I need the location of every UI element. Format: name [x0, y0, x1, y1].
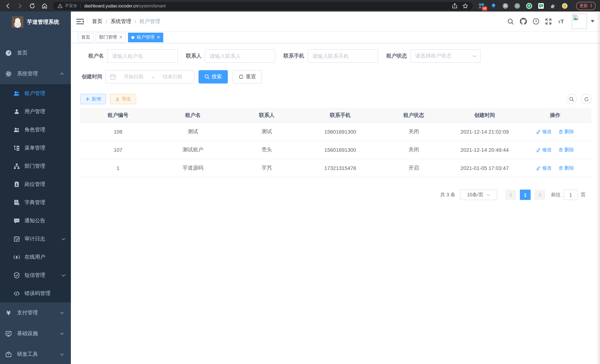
url-host[interactable]: dashboard.yudao.iocoder.cn [84, 3, 138, 8]
extension-icon-3[interactable]: ⌘ [502, 3, 508, 9]
status-select[interactable]: 请选择租户状态 [410, 49, 481, 63]
browser-home-button[interactable] [40, 2, 49, 10]
sidebar-item-tenant[interactable]: 租户管理 [0, 84, 71, 103]
avatar[interactable] [572, 14, 587, 29]
delete-link[interactable]: 删除 [558, 128, 574, 135]
fullscreen-icon[interactable] [542, 15, 555, 28]
font-size-icon[interactable]: TT [555, 15, 567, 28]
extension-icon-1[interactable]: 10 [479, 3, 485, 9]
status-placeholder: 请选择租户状态 [415, 53, 472, 59]
close-icon[interactable]: ✕ [119, 35, 122, 40]
date-end-placeholder[interactable]: 结束日期 [155, 74, 190, 80]
edit-link[interactable]: 修改 [536, 128, 552, 135]
github-icon[interactable] [517, 15, 529, 28]
date-start-placeholder[interactable]: 开始日期 [116, 74, 151, 80]
browser-forward-button[interactable] [16, 2, 24, 10]
share-icon[interactable] [452, 3, 458, 9]
not-secure-label[interactable]: 不安全 [65, 3, 77, 9]
tab-home[interactable]: 首页 [78, 32, 94, 42]
avatar-caret-icon[interactable] [591, 20, 594, 23]
browser-reload-button[interactable] [28, 2, 36, 10]
sidebar-item-home[interactable]: 首页 [0, 43, 71, 64]
breadcrumb-system[interactable]: 系统管理 [111, 18, 131, 25]
sidebar-item-post[interactable]: 岗位管理 [0, 175, 71, 193]
url-path[interactable]: /system/tenant [138, 3, 166, 8]
cell-contact: 秃头 [230, 141, 303, 159]
add-label: 新增 [92, 96, 101, 102]
sidebar-item-sms[interactable]: 短信管理 [0, 266, 71, 284]
browser-back-button[interactable] [4, 2, 12, 10]
address-bar[interactable]: 不安全 dashboard.yudao.iocoder.cn/system/te… [53, 2, 473, 10]
col-contact: 联系人 [230, 108, 303, 123]
sidebar-item-label: 在线用户 [25, 254, 66, 260]
svg-text:T: T [561, 18, 564, 24]
extension-emoji-icon[interactable] [562, 3, 568, 9]
sidebar-item-system[interactable]: 系统管理 [0, 64, 71, 84]
briefcase-icon [5, 351, 12, 358]
tenant-name-input[interactable] [107, 49, 178, 63]
sidebar-item-role[interactable]: 角色管理 [0, 121, 71, 139]
page-size-select[interactable]: 10条/页 [460, 190, 497, 200]
sidebar-item-user[interactable]: 用户管理 [0, 103, 71, 121]
shield-check-icon [13, 272, 20, 279]
sidebar-item-label: 岗位管理 [25, 181, 66, 187]
page-unit-label: 页 [581, 191, 586, 198]
sidebar-item-error-code[interactable]: 错误码管理 [0, 284, 71, 302]
extension-puzzle-icon[interactable] [550, 3, 556, 9]
sidebar-item-infra[interactable]: 基础设施 [0, 323, 71, 344]
breadcrumb-home[interactable]: 首页 [92, 18, 103, 25]
bookmark-star-icon[interactable] [462, 3, 468, 9]
chevron-down-icon [472, 54, 477, 58]
online-users-icon [13, 254, 20, 260]
sidebar-item-pay[interactable]: ¥ 支付管理 [0, 302, 71, 323]
org-chart-icon [13, 163, 20, 169]
current-page[interactable]: 1 [520, 190, 531, 200]
export-button[interactable]: 导出 [110, 94, 136, 104]
header-search-icon[interactable] [504, 15, 517, 28]
sidebar-item-menu[interactable]: 菜单管理 [0, 139, 71, 157]
extension-icon-6[interactable] [538, 3, 544, 9]
sidebar-item-audit-log[interactable]: 审计日志 [0, 230, 71, 248]
mobile-input[interactable] [308, 49, 378, 63]
goto-page-input[interactable] [564, 190, 578, 200]
contact-label: 联系人 [186, 53, 201, 59]
cell-contact: 芋艿 [230, 159, 303, 177]
sidebar-item-dept[interactable]: 部门管理 [0, 157, 71, 175]
mobile-label: 联系手机 [283, 53, 304, 59]
search-button[interactable]: 搜索 [198, 70, 228, 84]
chevron-down-icon [486, 193, 490, 197]
cell-status: 关闭 [377, 141, 450, 159]
edit-pen-icon [536, 129, 541, 134]
edit-link[interactable]: 修改 [536, 165, 552, 171]
sidebar-item-dict[interactable]: 字典管理 [0, 193, 71, 212]
edit-link[interactable]: 修改 [536, 147, 552, 153]
browser-menu-icon[interactable]: ⋮ [589, 3, 593, 8]
extension-icon-5[interactable]: Y [526, 3, 532, 9]
toggle-search-button[interactable] [566, 94, 577, 104]
help-icon[interactable]: ? [529, 15, 542, 28]
date-range-picker[interactable]: 开始日期 - 结束日期 [106, 70, 194, 84]
delete-link[interactable]: 删除 [558, 147, 574, 153]
chevron-up-icon [60, 72, 64, 76]
tab-tenant[interactable]: 租户管理 ✕ [128, 32, 163, 42]
add-button[interactable]: 新增 [80, 94, 106, 104]
extension-icon-4[interactable] [514, 3, 520, 9]
sidebar-item-online-users[interactable]: 在线用户 [0, 248, 71, 266]
logo[interactable]: 芋道管理系统 [0, 11, 71, 32]
search-icon [205, 74, 210, 79]
sidebar-collapse-icon[interactable] [76, 18, 84, 24]
browser-update-button[interactable]: 更新 ⋮ [576, 2, 596, 10]
extension-icon-2[interactable] [490, 3, 497, 9]
top-navbar: 首页 / 系统管理 / 租户管理 ? [71, 11, 600, 32]
tab-dept[interactable]: 部门管理 ✕ [96, 32, 126, 42]
prev-page-button[interactable] [505, 190, 516, 200]
sidebar-item-notice[interactable]: 通知公告 [0, 212, 71, 230]
delete-link[interactable]: 删除 [558, 165, 574, 171]
close-icon[interactable]: ✕ [157, 35, 160, 40]
sidebar-item-devtools[interactable]: 研发工具 [0, 344, 71, 364]
contact-input[interactable] [205, 49, 275, 63]
refresh-table-button[interactable] [581, 94, 591, 104]
cell-name: 测试 [156, 123, 230, 141]
next-page-button[interactable] [534, 190, 545, 200]
reset-button[interactable]: 重置 [233, 70, 262, 84]
